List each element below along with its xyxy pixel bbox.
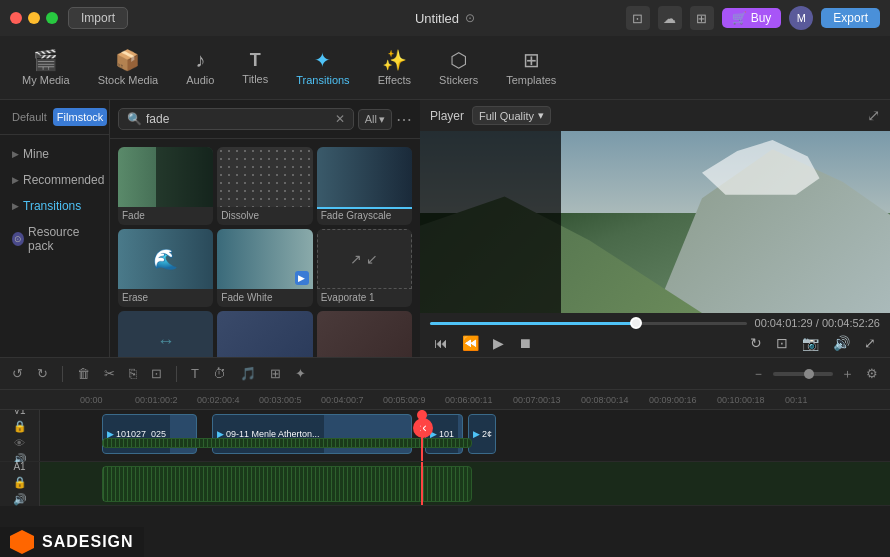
ruler-mark-5: 00:05:00:9 xyxy=(383,395,445,405)
timeline-delete-button[interactable]: 🗑 xyxy=(73,364,94,383)
zoom-track[interactable] xyxy=(773,372,833,376)
grid-icon[interactable]: ⊞ xyxy=(690,6,714,30)
transition-erase[interactable]: 🌊 Erase xyxy=(118,229,213,307)
buy-button[interactable]: 🛒 Buy xyxy=(722,8,782,28)
dark-side-panel xyxy=(420,131,561,313)
filter-button[interactable]: All ▾ xyxy=(358,109,392,130)
ruler-mark-4: 00:04:00:7 xyxy=(321,395,383,405)
play-button[interactable]: ▶ xyxy=(489,333,508,353)
clear-search-button[interactable]: ✕ xyxy=(335,112,345,126)
toolbar-effects[interactable]: ✨ Effects xyxy=(366,44,423,92)
minimize-button[interactable] xyxy=(28,12,40,24)
search-input[interactable] xyxy=(146,112,331,126)
fade-grayscale-thumbnail xyxy=(317,147,412,207)
snapshot-button[interactable]: 📷 xyxy=(798,333,823,353)
import-button[interactable]: Import xyxy=(68,7,128,29)
transition-dissolve[interactable]: Dissolve xyxy=(217,147,312,225)
evaporate1-label: Evaporate 1 xyxy=(317,289,412,307)
playhead xyxy=(421,410,423,461)
more-options-button[interactable]: ⋯ xyxy=(396,110,412,129)
loop-button[interactable]: ↻ xyxy=(746,333,766,353)
volume-button[interactable]: 🔊 xyxy=(829,333,854,353)
timeline-redo-button[interactable]: ↻ xyxy=(33,364,52,383)
toolbar-stickers[interactable]: ⬡ Stickers xyxy=(427,44,490,92)
quality-label: Full Quality xyxy=(479,110,534,122)
toolbar-transitions[interactable]: ✦ Transitions xyxy=(284,44,361,92)
timeline-text-button[interactable]: T xyxy=(187,364,203,383)
dispersion-blur-thumbnail xyxy=(217,311,312,357)
audio-waveform-1 xyxy=(102,438,472,448)
stock-media-label: Stock Media xyxy=(98,74,159,86)
timeline-cut-button[interactable]: ✂ xyxy=(100,364,119,383)
timeline-settings-button[interactable]: ⚙ xyxy=(862,364,882,383)
timeline-effects-button[interactable]: ✦ xyxy=(291,364,310,383)
timeline-paste-button[interactable]: ⊡ xyxy=(147,364,166,383)
playhead-top xyxy=(417,410,427,420)
frame-back-button[interactable]: ⏪ xyxy=(458,333,483,353)
video-clip-4[interactable]: ▶ 2¢ xyxy=(468,414,496,454)
monitor-icon[interactable]: ⊡ xyxy=(626,6,650,30)
quality-select[interactable]: Full Quality ▾ xyxy=(472,106,551,125)
audio-waveform-main xyxy=(102,466,472,502)
toolbar-my-media[interactable]: 🎬 My Media xyxy=(10,44,82,92)
toolbar-titles[interactable]: T Titles xyxy=(230,45,280,91)
timeline-undo-button[interactable]: ↺ xyxy=(8,364,27,383)
crop-button[interactable]: ⊡ xyxy=(772,333,792,353)
zoom-control: － ＋ ⚙ xyxy=(748,363,882,385)
zoom-in-button[interactable]: ＋ xyxy=(837,363,858,385)
toolbar-audio[interactable]: ♪ Audio xyxy=(174,44,226,92)
cloud-icon[interactable]: ☁ xyxy=(658,6,682,30)
sidebar-item-resource-pack[interactable]: ⊙ Resource pack xyxy=(0,219,109,259)
toolbar-templates[interactable]: ⊞ Templates xyxy=(494,44,568,92)
video-clip-1[interactable]: ▶ 101027_025 xyxy=(102,414,197,454)
templates-icon: ⊞ xyxy=(523,50,540,70)
video-lock-button[interactable]: 🔒 xyxy=(13,420,27,433)
ruler-mark-7: 00:07:00:13 xyxy=(513,395,581,405)
transition-fade[interactable]: Fade xyxy=(118,147,213,225)
transition-evaporate-2[interactable]: ↔ Evaporate 2 xyxy=(118,311,213,357)
video-clip-2[interactable]: ▶ 09-11 Menle Atherton... xyxy=(212,414,412,454)
video-preview xyxy=(420,131,890,313)
sidebar-item-recommended[interactable]: ▶ Recommended xyxy=(0,167,109,193)
dissolve-label: Dissolve xyxy=(217,207,312,225)
brand-name: SADESIGN xyxy=(42,533,134,551)
maximize-button[interactable] xyxy=(46,12,58,24)
step-back-button[interactable]: ⏮ xyxy=(430,333,452,353)
audio-track-row: A1 🔒 🔊 xyxy=(0,462,890,506)
progress-thumb[interactable] xyxy=(630,317,642,329)
toolbar-stock-media[interactable]: 📦 Stock Media xyxy=(86,44,171,92)
timeline-split-button[interactable]: ⊞ xyxy=(266,364,285,383)
export-button[interactable]: Export xyxy=(821,8,880,28)
timeline-copy-button[interactable]: ⎘ xyxy=(125,364,141,383)
video-visibility-button[interactable]: 👁 xyxy=(14,437,25,449)
stickers-label: Stickers xyxy=(439,74,478,86)
stop-button[interactable]: ⏹ xyxy=(514,333,536,353)
audio-lock-button[interactable]: 🔒 xyxy=(13,476,27,489)
transition-dispersion-blur[interactable]: Dispersion Blur xyxy=(217,311,312,357)
evaporate1-thumbnail: ↗ ↙ xyxy=(317,229,412,289)
audio-volume-button[interactable]: 🔊 xyxy=(13,493,27,506)
sidebar-tab-default[interactable]: Default xyxy=(8,108,51,126)
user-avatar[interactable]: M xyxy=(789,6,813,30)
transitions-sidebar-label: Transitions xyxy=(23,199,81,213)
main-content: Default Filmstock ▶ Mine ▶ Recommended ▶… xyxy=(0,100,890,357)
transitions-grid: Fade Dissolve Fade Grayscale � xyxy=(110,139,420,357)
sidebar-item-mine[interactable]: ▶ Mine xyxy=(0,141,109,167)
player-controls: 00:04:01:29 / 00:04:52:26 ⏮ ⏪ ▶ ⏹ ↻ ⊡ 📷 … xyxy=(420,313,890,357)
sidebar-tab-filmstock[interactable]: Filmstock xyxy=(53,108,107,126)
transition-evaporate-1[interactable]: ↗ ↙ Evaporate 1 xyxy=(317,229,412,307)
transition-fade-grayscale[interactable]: Fade Grayscale xyxy=(317,147,412,225)
timeline-audio-button[interactable]: 🎵 xyxy=(236,364,260,383)
ruler-mark-8: 00:08:00:14 xyxy=(581,395,649,405)
player-expand-button[interactable]: ⤢ xyxy=(867,106,880,125)
close-button[interactable] xyxy=(10,12,22,24)
progress-bar[interactable] xyxy=(430,322,747,325)
timeline-speed-button[interactable]: ⏱ xyxy=(209,364,230,383)
zoom-out-button[interactable]: － xyxy=(748,363,769,385)
transition-marker[interactable]: ✕ xyxy=(413,418,433,438)
fullscreen-button[interactable]: ⤢ xyxy=(860,333,880,353)
sidebar-item-transitions[interactable]: ▶ Transitions xyxy=(0,193,109,219)
progress-fill xyxy=(430,322,636,325)
transition-morph[interactable]: Morph xyxy=(317,311,412,357)
transition-fade-white[interactable]: ▶ Fade White xyxy=(217,229,312,307)
